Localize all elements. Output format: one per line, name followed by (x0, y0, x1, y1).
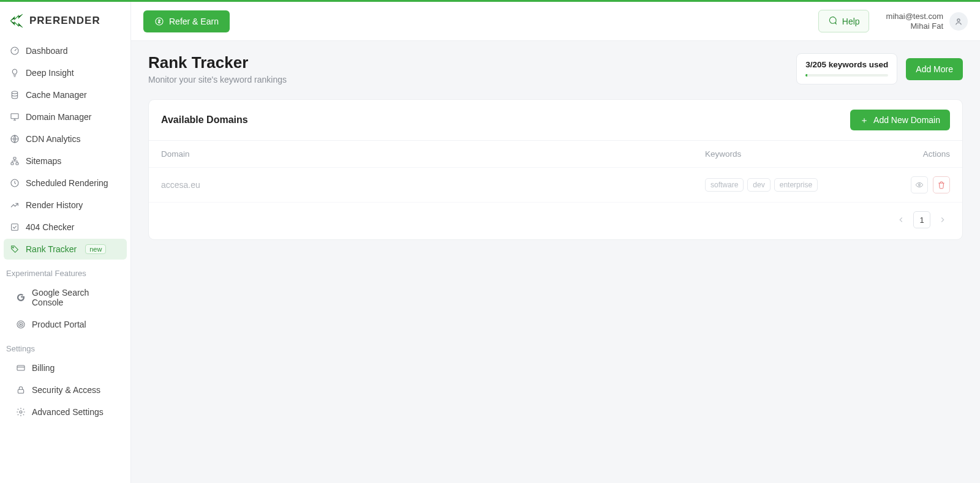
svg-point-9 (12, 247, 13, 248)
svg-point-10 (17, 321, 24, 328)
sidebar-item-scheduled-rendering[interactable]: Scheduled Rendering (4, 173, 127, 193)
svg-rect-2 (11, 114, 18, 119)
sidebar-item-label: 404 Checker (26, 222, 74, 232)
sidebar-item-advanced-settings[interactable]: Advanced Settings (4, 402, 127, 422)
sidebar-group-label: Settings (0, 335, 130, 357)
user-menu[interactable]: mihai@test.com Mihai Fat (879, 12, 968, 31)
sidebar-item-google-search-console[interactable]: Google Search Console (4, 282, 127, 313)
page-title: Rank Tracker (148, 53, 287, 72)
svg-point-15 (20, 411, 22, 413)
refer-earn-button[interactable]: Refer & Earn (143, 10, 230, 32)
sidebar-item-product-portal[interactable]: Product Portal (4, 314, 127, 335)
sidebar-item-security-access[interactable]: Security & Access (4, 380, 127, 400)
available-domains-panel: Available Domains ＋ Add New Domain Domai… (148, 99, 963, 240)
sidebar-item-deep-insight[interactable]: Deep Insight (4, 62, 127, 83)
pagination-current[interactable]: 1 (913, 211, 930, 228)
svg-rect-5 (11, 163, 13, 165)
sidebar-item-label: Domain Manager (26, 112, 91, 122)
keywords-cell: softwaredeventerprise (705, 178, 852, 192)
add-new-domain-label: Add New Domain (873, 115, 940, 125)
sidebar-item-label: CDN Analytics (26, 134, 80, 144)
help-label: Help (842, 17, 860, 26)
brand-name: PRERENDER (29, 15, 100, 27)
svg-rect-14 (18, 389, 23, 393)
sidebar: PRERENDER DashboardDeep InsightCache Man… (0, 2, 131, 483)
google-icon (16, 293, 26, 302)
svg-point-12 (20, 324, 21, 325)
column-header-keywords: Keywords (705, 149, 852, 159)
gauge-icon (10, 46, 20, 56)
sidebar-item-rank-tracker[interactable]: Rank Trackernew (4, 239, 127, 260)
plus-icon: ＋ (860, 116, 869, 124)
keywords-usage-box: 3/205 keywords used (796, 53, 897, 84)
table-row: accesa.eusoftwaredeventerprise (149, 168, 962, 203)
tag-icon (10, 244, 20, 254)
user-email: mihai@test.com (886, 12, 943, 21)
sidebar-item-sitemaps[interactable]: Sitemaps (4, 151, 127, 171)
sidebar-item-label: Advanced Settings (32, 407, 104, 417)
avatar-icon (949, 12, 968, 31)
badge-new: new (85, 244, 106, 254)
sidebar-item-cache-manager[interactable]: Cache Manager (4, 84, 127, 105)
sidebar-item-label: Security & Access (32, 385, 100, 395)
column-header-domain: Domain (161, 149, 705, 159)
sidebar-item-label: Deep Insight (26, 68, 74, 78)
panel-title: Available Domains (161, 114, 248, 125)
sidebar-item-404-checker[interactable]: 404 Checker (4, 217, 127, 238)
keywords-usage-bar (805, 74, 888, 77)
sitemap-icon (10, 156, 20, 166)
sidebar-item-label: Render History (26, 200, 83, 210)
keyword-pill: software (705, 178, 744, 192)
pagination: 1 (149, 203, 962, 239)
keyword-pill: enterprise (774, 178, 818, 192)
help-button[interactable]: Help (818, 10, 869, 32)
sidebar-item-domain-manager[interactable]: Domain Manager (4, 107, 127, 127)
svg-rect-4 (13, 157, 16, 159)
sidebar-item-label: Sitemaps (26, 156, 61, 166)
svg-rect-6 (16, 163, 18, 165)
keywords-usage-label: 3/205 keywords used (805, 60, 888, 69)
delete-domain-button[interactable] (933, 176, 950, 193)
add-new-domain-button[interactable]: ＋ Add New Domain (850, 110, 950, 130)
sidebar-item-label: Rank Tracker (26, 244, 77, 254)
sidebar-item-cdn-analytics[interactable]: CDN Analytics (4, 129, 127, 149)
svg-point-18 (919, 184, 921, 186)
svg-rect-8 (12, 224, 18, 231)
brand-logo[interactable]: PRERENDER (0, 10, 130, 40)
sidebar-item-label: Scheduled Rendering (26, 178, 108, 188)
sidebar-item-render-history[interactable]: Render History (4, 195, 127, 215)
dollar-circle-icon (154, 17, 164, 26)
gear-icon (16, 407, 26, 417)
sidebar-item-label: Billing (32, 363, 55, 373)
pagination-next[interactable] (935, 211, 950, 228)
sidebar-item-billing[interactable]: Billing (4, 358, 127, 378)
card-icon (16, 363, 26, 373)
pagination-prev[interactable] (894, 211, 908, 228)
view-domain-button[interactable] (911, 176, 928, 193)
chat-icon (827, 15, 837, 27)
clock-icon (10, 178, 20, 188)
topbar: Refer & Earn Help mihai@test.com Mihai F… (131, 2, 980, 41)
svg-point-17 (957, 18, 960, 21)
keyword-pill: dev (747, 178, 770, 192)
domain-cell[interactable]: accesa.eu (161, 180, 705, 190)
trend-icon (10, 200, 20, 210)
refer-earn-label: Refer & Earn (169, 17, 219, 26)
svg-point-1 (12, 91, 17, 94)
bulb-icon (10, 68, 20, 78)
sidebar-group-label: Experimental Features (0, 260, 130, 282)
sidebar-item-label: Cache Manager (26, 90, 87, 100)
svg-point-11 (19, 323, 23, 327)
globe-icon (10, 134, 20, 144)
actions-cell (911, 176, 950, 193)
target-icon (16, 320, 26, 329)
sidebar-item-label: Product Portal (32, 320, 86, 329)
sidebar-item-label: Dashboard (26, 46, 68, 56)
sidebar-item-dashboard[interactable]: Dashboard (4, 40, 127, 61)
sidebar-item-label: Google Search Console (32, 288, 121, 307)
monitor-icon (10, 112, 20, 122)
column-header-actions: Actions (923, 149, 950, 159)
check-square-icon (10, 222, 20, 232)
page-subtitle: Monitor your site's keyword rankings (148, 75, 287, 84)
add-more-button[interactable]: Add More (906, 58, 963, 80)
